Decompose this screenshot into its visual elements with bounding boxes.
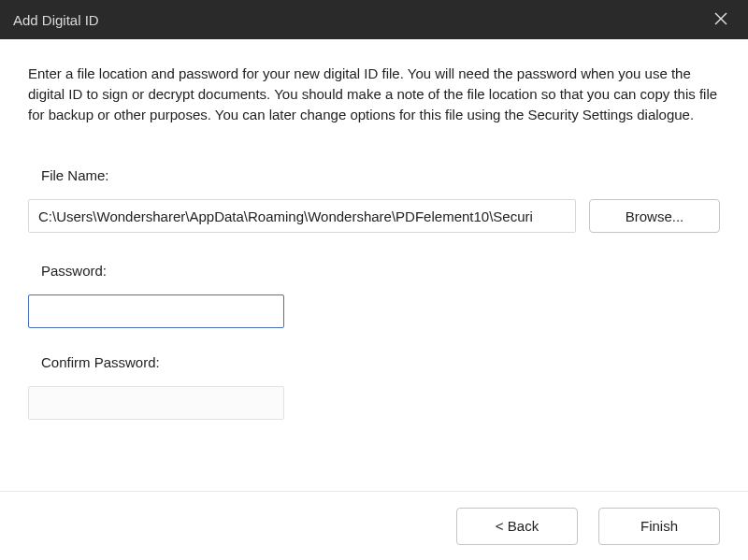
confirm-password-group: Confirm Password:	[28, 352, 720, 420]
filename-label: File Name:	[41, 165, 720, 186]
finish-button[interactable]: Finish	[598, 508, 720, 545]
back-button[interactable]: < Back	[456, 508, 578, 545]
filename-group: File Name: Browse...	[28, 165, 720, 233]
close-icon[interactable]	[707, 8, 735, 32]
browse-button[interactable]: Browse...	[589, 199, 720, 233]
password-label: Password:	[41, 261, 720, 281]
filename-row: Browse...	[28, 199, 720, 233]
password-group: Password:	[28, 261, 720, 328]
password-input[interactable]	[28, 294, 284, 328]
confirm-password-label: Confirm Password:	[41, 352, 720, 373]
filename-input[interactable]	[28, 199, 576, 233]
dialog-footer: < Back Finish	[0, 491, 748, 560]
titlebar: Add Digital ID	[0, 0, 748, 39]
dialog-content: Enter a file location and password for y…	[0, 39, 748, 457]
description-text: Enter a file location and password for y…	[28, 64, 720, 124]
confirm-password-input[interactable]	[28, 386, 284, 420]
window-title: Add Digital ID	[13, 12, 99, 28]
